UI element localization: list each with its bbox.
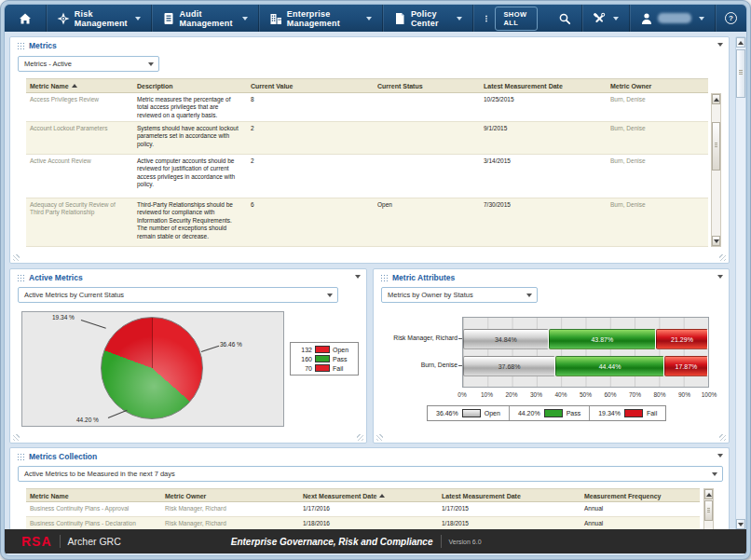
column-header-metric-owner[interactable]: Metric Owner — [607, 79, 708, 92]
metric-current-value: 2 — [247, 155, 374, 198]
scrollbar-thumb[interactable] — [704, 500, 713, 521]
column-header-frequency[interactable]: Measurement Frequency — [580, 489, 700, 501]
metric-name-link[interactable]: Access Privileges Review — [26, 93, 133, 121]
panel-title-text: Metrics — [29, 41, 57, 50]
bar-segment-open[interactable]: 37.68% — [463, 356, 555, 376]
table-row[interactable]: Access Privileges Review Metric measures… — [26, 93, 708, 122]
chevron-down-icon — [613, 17, 619, 20]
table-row[interactable]: Account Lockout Parameters Systems shoul… — [26, 122, 708, 155]
metric-owner-link[interactable]: Risk Manager, Richard — [161, 502, 299, 516]
tick-label: 30% — [530, 391, 542, 398]
table-row[interactable]: Adequacy of Security Review of Third Par… — [26, 198, 708, 247]
panel-title-text: Metric Attributes — [392, 273, 455, 282]
bar-segment-open[interactable]: 34.84% — [463, 329, 549, 349]
bar-row-denise[interactable]: 37.68% 44.44% 17.87% — [463, 356, 708, 376]
bar-segment-pass[interactable]: 43.87% — [549, 329, 656, 349]
user-menu[interactable] — [630, 5, 715, 32]
metric-owner-link[interactable]: Burn, Denise — [607, 122, 708, 154]
search-button[interactable] — [548, 5, 581, 32]
legend-chip-pass — [544, 409, 563, 417]
bar-chart-legend: 36.46% Open 44.20% Pass 19.34% Fail — [427, 405, 666, 421]
scrollbar-thumb[interactable] — [712, 122, 720, 171]
column-header-current-status[interactable]: Current Status — [374, 79, 480, 92]
page-scrollbar[interactable] — [735, 36, 746, 530]
tick-label: 20% — [505, 391, 517, 398]
bar-segment-fail[interactable]: 21.29% — [656, 329, 708, 349]
bar-segment-pass[interactable]: 44.44% — [555, 356, 664, 376]
bar-row-richard[interactable]: 34.84% 43.87% 21.29% — [463, 329, 708, 349]
triangle-up-icon — [714, 98, 719, 102]
legend-label: Pass — [333, 356, 348, 362]
column-header-latest-date[interactable]: Latest Measurement Date — [438, 489, 580, 501]
app-window: Risk Management Audit Management — [0, 0, 751, 560]
resize-handle[interactable] — [719, 254, 726, 261]
column-header-metric-name[interactable]: Metric Name — [26, 489, 161, 501]
tick-label: 80% — [653, 391, 665, 398]
panel-collapse-caret[interactable] — [355, 275, 361, 279]
scroll-up-button[interactable] — [712, 94, 720, 104]
metrics-view-dropdown[interactable]: Metrics - Active — [18, 56, 159, 72]
scroll-up-button[interactable] — [704, 489, 713, 499]
metrics-collection-dropdown[interactable]: Active Metrics to be Measured in the nex… — [18, 466, 723, 482]
table-row[interactable]: Active Account Review Active computer ac… — [26, 155, 708, 198]
resize-handle[interactable] — [13, 434, 20, 441]
help-button[interactable]: ? — [716, 5, 746, 32]
panel-collapse-caret[interactable] — [717, 43, 723, 47]
legend-label: Fail — [647, 410, 657, 417]
metrics-table-scrollbar[interactable] — [711, 93, 721, 247]
tick-label: 70% — [629, 391, 641, 398]
chevron-down-icon — [457, 17, 462, 20]
menu-risk-management[interactable]: Risk Management — [47, 5, 151, 32]
menu-policy-center[interactable]: Policy Center — [383, 5, 472, 32]
metric-name-link[interactable]: Active Account Review — [26, 155, 133, 198]
panel-collapse-caret[interactable] — [717, 275, 723, 279]
metric-latest-date: 3/14/2015 — [480, 155, 607, 198]
column-header-metric-name[interactable]: Metric Name — [26, 79, 133, 92]
menu-audit-management[interactable]: Audit Management — [152, 5, 258, 32]
show-all-button[interactable]: SHOW ALL — [472, 5, 548, 32]
panel-collapse-caret[interactable] — [717, 454, 723, 458]
metric-owner-link[interactable]: Burn, Denise — [607, 93, 708, 121]
resize-handle[interactable] — [357, 434, 363, 441]
grid-icon — [17, 274, 25, 282]
resize-handle[interactable] — [13, 254, 20, 261]
audit-management-icon — [162, 12, 175, 25]
resize-handle[interactable] — [719, 434, 726, 441]
tools-button[interactable] — [582, 5, 629, 32]
column-header-current-value[interactable]: Current Value — [247, 79, 374, 92]
panel-title-text: Active Metrics — [29, 273, 83, 282]
triangle-up-icon — [738, 41, 744, 45]
resize-handle[interactable] — [376, 434, 383, 441]
scroll-down-button[interactable] — [712, 236, 720, 246]
scrollbar-thumb[interactable] — [736, 49, 745, 98]
bar-category-label: Burn, Denise — [376, 362, 457, 368]
metric-name-link[interactable]: Business Continuity Plans - Approval — [26, 502, 161, 516]
column-header-next-date[interactable]: Next Measurement Date — [299, 489, 438, 501]
menu-enterprise-management[interactable]: Enterprise Management — [259, 5, 382, 32]
active-metrics-dropdown[interactable]: Active Metrics by Current Status — [18, 287, 338, 303]
column-header-metric-owner[interactable]: Metric Owner — [161, 489, 299, 501]
pie-legend: 132 Open 160 Pass 70 Fail — [290, 342, 359, 376]
column-header-latest-date[interactable]: Latest Measurement Date — [480, 79, 607, 92]
column-header-description[interactable]: Description — [133, 79, 247, 92]
scroll-up-button[interactable] — [736, 37, 745, 48]
home-button[interactable] — [5, 5, 46, 32]
table-row[interactable]: Business Continuity Plans - Approval Ris… — [26, 502, 700, 517]
collection-table-scrollbar[interactable] — [703, 488, 714, 533]
metric-attributes-dropdown[interactable]: Metrics by Owner by Status — [381, 287, 538, 303]
scroll-down-button[interactable] — [736, 519, 745, 529]
metric-latest-date: 10/25/2015 — [480, 93, 607, 121]
metric-owner-link[interactable]: Burn, Denise — [607, 155, 708, 198]
chevron-down-icon — [712, 472, 717, 476]
metric-owner-link[interactable]: Burn, Denise — [607, 198, 708, 246]
bar-segment-fail[interactable]: 17.87% — [664, 356, 708, 376]
metric-name-link[interactable]: Account Lockout Parameters — [26, 122, 133, 154]
legend-label: Open — [333, 347, 348, 353]
tick-label: 0% — [457, 391, 466, 398]
metric-current-value: 8 — [247, 93, 374, 121]
grid-icon — [380, 274, 389, 282]
chevron-down-icon — [526, 294, 532, 297]
pie-leader-line — [81, 320, 106, 329]
chevron-down-icon — [242, 17, 248, 20]
metric-name-link[interactable]: Adequacy of Security Review of Third Par… — [26, 198, 133, 246]
